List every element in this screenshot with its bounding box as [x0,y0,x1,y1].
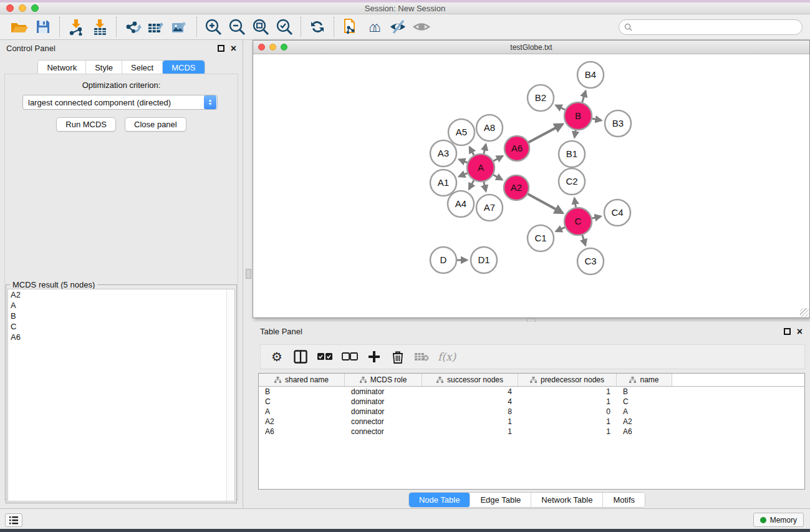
task-history-button[interactable] [5,513,22,527]
result-list-item[interactable]: C [8,321,234,332]
column-header-name[interactable]: name [617,374,672,386]
edge-B-B3[interactable] [592,118,602,120]
add-column-icon[interactable] [367,351,382,363]
table-tab-network-table[interactable]: Network Table [531,493,603,507]
edge-A-A7[interactable] [484,181,486,191]
deselect-all-columns-icon[interactable] [342,352,358,361]
node-C4[interactable]: C4 [604,200,630,226]
refresh-button[interactable] [306,16,329,37]
node-A6[interactable]: A6 [504,136,529,161]
select-all-columns-icon[interactable] [317,352,333,361]
node-B4[interactable]: B4 [577,62,604,88]
edge-A-A1[interactable] [459,173,468,177]
result-list-item[interactable]: A6 [8,332,234,342]
zoom-fit-button[interactable] [249,16,272,37]
table-row[interactable]: A2connector11A2 [259,417,804,427]
table-tab-node-table[interactable]: Node Table [409,493,471,507]
node-A4[interactable]: A4 [448,191,474,217]
memory-button[interactable]: Memory [753,513,804,527]
vertical-split-handle[interactable] [246,269,251,279]
column-header-MCDS-role[interactable]: MCDS role [345,374,422,386]
edge-A-A2[interactable] [493,175,502,180]
result-list-item[interactable]: A [8,300,234,311]
result-list-item[interactable]: B [8,311,234,321]
hide-panels-button[interactable] [386,16,410,37]
import-table-button[interactable] [88,16,112,37]
export-network-button[interactable] [121,16,145,37]
edge-C-C4[interactable] [592,216,600,218]
export-table-button[interactable] [145,16,168,37]
close-panel-icon[interactable]: × [231,45,236,52]
result-list-item[interactable]: A2 [8,289,234,300]
open-file-button[interactable] [7,16,31,37]
node-C2[interactable]: C2 [559,168,585,195]
save-session-button[interactable] [31,16,55,37]
node-B1[interactable]: B1 [559,141,585,167]
node-A[interactable]: A [467,154,494,181]
show-panels-button[interactable] [410,16,433,37]
edge-B-B2[interactable] [556,105,565,110]
search-input[interactable] [635,23,802,32]
float-table-panel-icon[interactable] [784,328,791,335]
node-A2[interactable]: A2 [504,175,529,200]
tab-network[interactable]: Network [38,60,86,75]
node-B2[interactable]: B2 [528,85,554,111]
node-B3[interactable]: B3 [605,110,631,137]
column-header-successor-nodes[interactable]: successor nodes [422,374,518,386]
export-image-button[interactable] [168,16,192,37]
edge-B-B1[interactable] [574,130,576,138]
node-A3[interactable]: A3 [430,140,456,167]
table-row[interactable]: Cdominator41C [259,397,804,407]
tab-style[interactable]: Style [86,60,122,75]
zoom-selected-button[interactable] [272,16,296,37]
network-window-titlebar[interactable]: testGlobe.txt [253,41,809,54]
edge-B-B4[interactable] [582,91,586,102]
edge-A-A6[interactable] [493,156,503,161]
node-C1[interactable]: C1 [528,225,554,251]
column-layout-icon[interactable] [293,350,308,364]
node-A7[interactable]: A7 [476,195,503,221]
tab-mcds[interactable]: MCDS [163,60,204,75]
table-tab-motifs[interactable]: Motifs [603,493,645,507]
edge-C-C1[interactable] [556,227,565,231]
zoom-in-button[interactable] [201,16,225,37]
column-header-predecessor-nodes[interactable]: predecessor nodes [518,374,617,386]
tab-select[interactable]: Select [122,60,163,75]
table-tab-edge-table[interactable]: Edge Table [470,493,531,507]
edge-A-A8[interactable] [484,144,486,153]
table-row[interactable]: Bdominator41B [259,387,804,397]
column-header-shared-name[interactable]: shared name [259,374,345,386]
zoom-out-button[interactable] [225,16,249,37]
home-button[interactable]: ⌂⌂ [362,16,386,37]
search-box[interactable] [619,19,803,35]
close-table-panel-icon[interactable]: × [797,328,803,335]
edge-C-C3[interactable] [582,235,586,245]
run-mcds-button[interactable]: Run MCDS [56,117,116,132]
network-canvas[interactable]: B4B2BB3A8A5A6A3B1AA1C2A2A4A7C4CC1C3DD1 [253,54,809,317]
edge-A6-B[interactable] [529,124,563,142]
node-D1[interactable]: D1 [471,247,497,273]
edge-A-A3[interactable] [459,160,467,163]
window-resize-grip[interactable] [800,308,809,317]
edge-A2-C[interactable] [528,194,562,213]
criterion-select[interactable]: largest connected component (directed) ▲… [22,95,218,110]
close-panel-button[interactable]: Close panel [125,117,186,132]
table-row[interactable]: Adominator80A [259,407,804,417]
node-B[interactable]: B [564,102,592,130]
import-network-button[interactable] [64,16,88,37]
table-row[interactable]: A6connector11A6 [259,427,804,437]
node-D[interactable]: D [430,247,456,273]
edge-A-A4[interactable] [469,180,474,189]
table-settings-gear-icon[interactable]: ⚙ [269,349,284,364]
float-panel-icon[interactable] [218,45,224,52]
clone-network-button[interactable] [339,16,362,37]
node-C[interactable]: C [564,208,592,235]
edge-C-C2[interactable] [574,198,576,208]
delete-column-trash-icon[interactable] [390,351,405,364]
node-A5[interactable]: A5 [448,119,475,145]
node-A8[interactable]: A8 [476,115,503,141]
node-C3[interactable]: C3 [577,248,604,274]
edge-A-A5[interactable] [470,147,474,155]
result-scrollbar[interactable] [226,289,234,501]
node-A1[interactable]: A1 [430,170,456,196]
